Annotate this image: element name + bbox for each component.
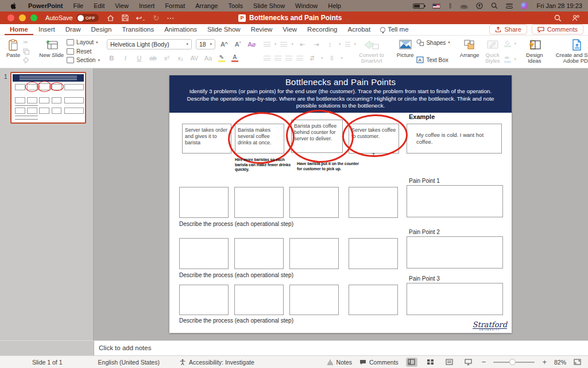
cut-button[interactable]: ✂ xyxy=(23,39,29,45)
process-box[interactable] xyxy=(234,187,284,218)
autosave-toggle[interactable]: OFF xyxy=(76,14,99,22)
columns-button[interactable] xyxy=(345,42,350,47)
pain-point-3-box[interactable] xyxy=(407,283,503,315)
tell-me-button[interactable]: Tell me xyxy=(376,25,413,35)
tab-recording[interactable]: Recording xyxy=(302,25,342,35)
battery-icon[interactable] xyxy=(413,3,424,9)
process-box[interactable] xyxy=(234,238,284,269)
underline-button[interactable]: U xyxy=(134,55,144,62)
numbering-button[interactable] xyxy=(280,42,287,47)
strikethrough-button[interactable]: ab xyxy=(148,55,158,62)
picture-button[interactable]: Picture xyxy=(394,38,417,64)
solution-note-2[interactable]: Have barista put it on the counter for c… xyxy=(297,162,359,171)
subscript-button[interactable]: x₂ xyxy=(176,55,185,62)
zoom-percentage[interactable]: 82% xyxy=(554,359,566,366)
menu-bar-clock[interactable]: Fri Jan 28 19:23 xyxy=(537,2,583,9)
keyboard-layout-flag-icon[interactable] xyxy=(432,3,440,9)
tab-acrobat[interactable]: Acrobat xyxy=(343,25,376,35)
bluetooth-icon[interactable]: ᛒ xyxy=(448,2,452,9)
align-right-button[interactable] xyxy=(285,56,292,61)
line-spacing-button[interactable]: ↕ xyxy=(325,41,335,48)
shape-outline-button[interactable]: ✏▾ xyxy=(503,55,517,63)
redo-button[interactable]: ↻ xyxy=(153,14,159,22)
siri-icon[interactable] xyxy=(521,2,528,9)
process-box[interactable] xyxy=(289,285,339,315)
process-box[interactable] xyxy=(349,238,398,269)
example-pain-point-box[interactable]: My coffee is cold. I want hot coffee. xyxy=(407,124,502,154)
highlight-color-button[interactable]: ✎ xyxy=(217,54,226,63)
process-box[interactable] xyxy=(289,187,339,218)
tab-view[interactable]: View xyxy=(277,25,302,35)
process-box[interactable] xyxy=(349,187,398,218)
search-icon[interactable] xyxy=(554,14,562,22)
align-center-button[interactable] xyxy=(274,56,281,61)
decrease-indent-button[interactable]: ⇤ xyxy=(297,41,307,48)
text-box-button[interactable]: AText Box xyxy=(416,56,450,63)
solution-note-1[interactable]: Hire more baristas so each barista can m… xyxy=(235,158,293,172)
apple-logo-icon[interactable] xyxy=(10,2,17,9)
increase-indent-button[interactable]: ⇥ xyxy=(311,41,321,48)
paste-button[interactable]: Paste xyxy=(3,38,23,64)
font-size-select[interactable]: 18▾ xyxy=(196,39,215,49)
fit-slide-button[interactable] xyxy=(574,359,581,365)
process-box[interactable] xyxy=(289,238,339,269)
character-spacing-button[interactable]: AV xyxy=(189,55,199,62)
grow-font-button[interactable]: A^ xyxy=(219,41,229,48)
menu-arrange[interactable]: Arrange xyxy=(190,2,223,9)
share-presence-icon[interactable] xyxy=(572,14,580,22)
shrink-font-button[interactable]: Aˇ xyxy=(233,41,243,48)
layout-button[interactable]: Layout▾ xyxy=(67,39,100,45)
create-share-adobe-pdf-button[interactable]: Create and ShareAdobe PDF xyxy=(553,38,588,64)
process-box[interactable] xyxy=(234,285,284,315)
notes-placeholder[interactable]: Click to add notes xyxy=(99,344,151,351)
process-box[interactable] xyxy=(349,285,398,315)
tab-design[interactable]: Design xyxy=(86,25,117,35)
justify-button[interactable] xyxy=(296,56,303,61)
reading-view-button[interactable] xyxy=(444,358,455,367)
home-icon[interactable] xyxy=(107,14,114,22)
align-left-button[interactable] xyxy=(264,56,270,61)
zoom-out-button[interactable]: − xyxy=(482,358,486,366)
spotlight-search-icon[interactable] xyxy=(491,2,498,9)
close-window-button[interactable] xyxy=(7,14,14,21)
normal-view-button[interactable] xyxy=(406,358,417,367)
notes-panel[interactable]: Click to add notes xyxy=(0,340,588,355)
slide-thumbnail-panel[interactable]: 1 xyxy=(0,68,94,340)
menu-view[interactable]: View xyxy=(110,2,134,9)
font-color-button[interactable]: A xyxy=(230,54,239,63)
minimize-window-button[interactable] xyxy=(19,14,26,21)
slide-sorter-view-button[interactable] xyxy=(425,358,436,367)
slide-thumbnail[interactable] xyxy=(10,72,86,124)
menu-extra-icon[interactable] xyxy=(476,2,483,9)
share-button[interactable]: Share xyxy=(489,24,527,34)
undo-button[interactable]: ↩⌄ xyxy=(136,14,146,22)
italic-button[interactable]: I xyxy=(121,55,130,62)
menu-help[interactable]: Help xyxy=(323,2,346,9)
menu-edit[interactable]: Edit xyxy=(88,2,110,9)
menu-file[interactable]: File xyxy=(68,2,89,9)
shapes-button[interactable]: Shapes▾ xyxy=(416,39,450,46)
format-painter-button[interactable] xyxy=(23,57,29,63)
menu-tools[interactable]: Tools xyxy=(223,2,248,9)
document-title-area[interactable]: P Bottlenecks and Pain Points ⌄ xyxy=(238,14,350,22)
font-name-select[interactable]: Helvetica Light (Body)▾ xyxy=(107,39,192,49)
pain-point-1-box[interactable] xyxy=(407,185,503,217)
solution-note-3[interactable]: ? xyxy=(372,152,374,158)
superscript-button[interactable]: x² xyxy=(162,55,172,62)
notes-toggle-button[interactable]: Notes xyxy=(327,359,352,366)
example-step-box-1[interactable]: Server takes order and gives it to baris… xyxy=(182,124,231,154)
wifi-icon[interactable] xyxy=(461,3,468,9)
tab-animations[interactable]: Animations xyxy=(159,25,202,35)
menu-insert[interactable]: Insert xyxy=(134,2,160,9)
align-text-button[interactable]: ⇳ xyxy=(327,55,336,62)
save-icon[interactable] xyxy=(122,14,129,21)
slide-canvas[interactable]: Bottlenecks and Pain Points Identify 3 p… xyxy=(169,75,512,333)
bold-button[interactable]: B xyxy=(107,55,117,62)
tab-draw[interactable]: Draw xyxy=(60,25,86,35)
tab-home[interactable]: Home xyxy=(5,25,33,35)
menu-window[interactable]: Window xyxy=(290,2,323,9)
reset-button[interactable]: Reset xyxy=(67,48,100,55)
tab-transitions[interactable]: Transitions xyxy=(117,25,159,35)
zoom-window-button[interactable] xyxy=(30,14,37,21)
accessibility-status[interactable]: Accessibility: Investigate xyxy=(179,359,254,366)
